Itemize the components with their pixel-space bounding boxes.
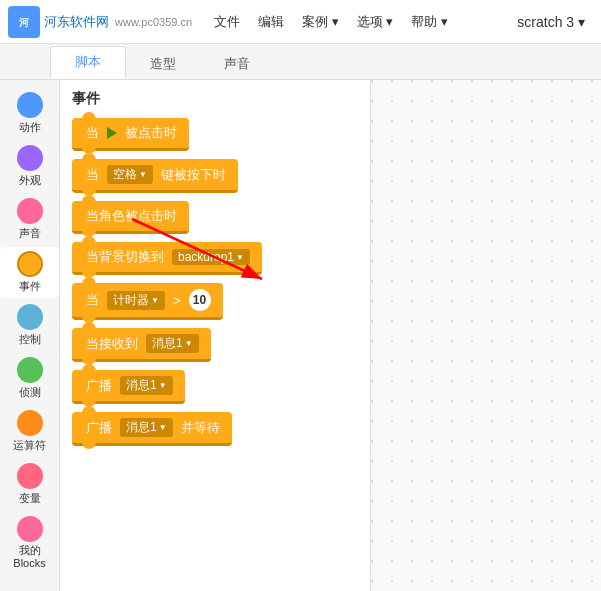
nav-help[interactable]: 帮助 ▾ — [403, 9, 456, 35]
section-title: 事件 — [72, 90, 358, 108]
myblocks-label: 我的Blocks — [13, 544, 45, 570]
blocks-panel: 事件 当 被点击时 当 空格 键被按下时 — [60, 80, 370, 591]
block-key-press[interactable]: 当 空格 键被按下时 — [72, 159, 238, 193]
tab-costumes[interactable]: 造型 — [126, 49, 200, 79]
block-row-flag: 当 被点击时 — [72, 118, 358, 151]
myblocks-dot — [17, 516, 43, 542]
message-dropdown-2[interactable]: 消息1 — [120, 376, 173, 395]
operators-label: 运算符 — [13, 438, 46, 453]
logo-icon: 河 — [8, 6, 40, 38]
site-name: 河东软件网 — [44, 13, 109, 31]
nav-file[interactable]: 文件 — [206, 9, 248, 35]
block-row-timer: 当 计时器 > 10 — [72, 283, 358, 320]
nav-cases[interactable]: 案例 ▾ — [294, 9, 347, 35]
broadcast-wait-label: 广播 — [86, 419, 112, 437]
block-broadcast[interactable]: 广播 消息1 — [72, 370, 185, 404]
variables-label: 变量 — [19, 491, 41, 506]
message-dropdown-3[interactable]: 消息1 — [120, 418, 173, 437]
sidebar-item-motion[interactable]: 动作 — [0, 88, 59, 139]
svg-rect-5 — [371, 80, 601, 591]
when-label: 当 — [86, 124, 99, 142]
variables-dot — [17, 463, 43, 489]
block-row-sprite-click: 当角色被点击时 — [72, 201, 358, 234]
sound-label: 声音 — [19, 226, 41, 241]
sidebar-item-events[interactable]: 事件 — [0, 247, 59, 298]
flag-click-label: 被点击时 — [125, 124, 177, 142]
wait-label: 并等待 — [181, 419, 220, 437]
sprite-click-label: 当角色被点击时 — [86, 207, 177, 225]
operator-label: > — [173, 293, 181, 308]
tab-bar: 脚本 造型 声音 — [0, 44, 601, 80]
sidebar-item-sound[interactable]: 声音 — [0, 194, 59, 245]
key-dropdown[interactable]: 空格 — [107, 165, 153, 184]
sound-dot — [17, 198, 43, 224]
main-content: 动作 外观 声音 事件 控制 侦测 — [0, 80, 601, 591]
svg-text:河: 河 — [19, 17, 30, 28]
backdrop-dropdown[interactable]: backdrop1 — [172, 249, 250, 265]
nav-options[interactable]: 选项 ▾ — [349, 9, 402, 35]
receive-label: 当接收到 — [86, 335, 138, 353]
block-flag-click[interactable]: 当 被点击时 — [72, 118, 189, 151]
block-row-broadcast: 广播 消息1 — [72, 370, 358, 404]
block-bg-switch[interactable]: 当背景切换到 backdrop1 — [72, 242, 262, 275]
looks-label: 外观 — [19, 173, 41, 188]
when-label-2: 当 — [86, 166, 99, 184]
stage-area — [370, 80, 601, 591]
timer-value: 10 — [189, 289, 211, 311]
logo-area: 河 河东软件网 — [8, 6, 109, 38]
sidebar-item-operators[interactable]: 运算符 — [0, 406, 59, 457]
sidebar-item-variables[interactable]: 变量 — [0, 459, 59, 510]
block-broadcast-wait[interactable]: 广播 消息1 并等待 — [72, 412, 232, 446]
block-timer[interactable]: 当 计时器 > 10 — [72, 283, 223, 320]
key-press-label: 键被按下时 — [161, 166, 226, 184]
sidebar: 动作 外观 声音 事件 控制 侦测 — [0, 80, 60, 591]
looks-dot — [17, 145, 43, 171]
control-label: 控制 — [19, 332, 41, 347]
events-dot — [17, 251, 43, 277]
block-row-bg-switch: 当背景切换到 backdrop1 — [72, 242, 358, 275]
block-row-receive: 当接收到 消息1 — [72, 328, 358, 362]
stage-grid — [371, 80, 601, 591]
block-sprite-click[interactable]: 当角色被点击时 — [72, 201, 189, 234]
operators-dot — [17, 410, 43, 436]
nav-menu: 文件 编辑 案例 ▾ 选项 ▾ 帮助 ▾ — [206, 9, 456, 35]
when-label-3: 当 — [86, 291, 99, 309]
sidebar-item-looks[interactable]: 外观 — [0, 141, 59, 192]
scratch-version[interactable]: scratch 3 ▾ — [509, 10, 593, 34]
blocks-container: 当 被点击时 当 空格 键被按下时 当角色被点击时 — [72, 118, 358, 446]
motion-dot — [17, 92, 43, 118]
app-container: 河 河东软件网 www.pc0359.cn 文件 编辑 案例 ▾ 选项 ▾ 帮助… — [0, 0, 601, 591]
events-label: 事件 — [19, 279, 41, 294]
block-row-broadcast-wait: 广播 消息1 并等待 — [72, 412, 358, 446]
block-row-key: 当 空格 键被按下时 — [72, 159, 358, 193]
block-receive[interactable]: 当接收到 消息1 — [72, 328, 211, 362]
control-dot — [17, 304, 43, 330]
nav-edit[interactable]: 编辑 — [250, 9, 292, 35]
sidebar-item-control[interactable]: 控制 — [0, 300, 59, 351]
sensing-label: 侦测 — [19, 385, 41, 400]
flag-icon — [107, 127, 117, 139]
sidebar-item-sensing[interactable]: 侦测 — [0, 353, 59, 404]
tab-scripts[interactable]: 脚本 — [50, 46, 126, 79]
motion-label: 动作 — [19, 120, 41, 135]
message-dropdown-1[interactable]: 消息1 — [146, 334, 199, 353]
tab-sounds[interactable]: 声音 — [200, 49, 274, 79]
sidebar-item-myblocks[interactable]: 我的Blocks — [0, 512, 59, 574]
broadcast-label: 广播 — [86, 377, 112, 395]
top-bar: 河 河东软件网 www.pc0359.cn 文件 编辑 案例 ▾ 选项 ▾ 帮助… — [0, 0, 601, 44]
site-url: www.pc0359.cn — [115, 16, 192, 28]
sensing-dot — [17, 357, 43, 383]
timer-dropdown[interactable]: 计时器 — [107, 291, 165, 310]
bg-switch-label: 当背景切换到 — [86, 248, 164, 266]
